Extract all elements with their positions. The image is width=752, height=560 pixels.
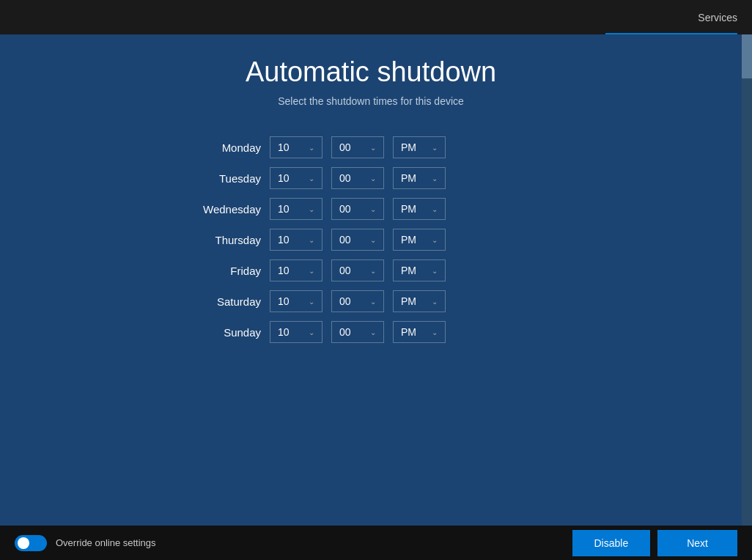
minute-chevron-icon: ⌄	[370, 144, 376, 152]
page-title: Automatic shutdown	[246, 56, 496, 88]
ampm-select-friday[interactable]: PM ⌄	[393, 259, 446, 281]
hour-select-wednesday[interactable]: 10 ⌄	[270, 198, 322, 220]
day-row: Monday 10 ⌄ 00 ⌄ PM ⌄	[188, 136, 554, 158]
hour-select-friday[interactable]: 10 ⌄	[270, 259, 322, 281]
day-label-monday: Monday	[188, 141, 261, 154]
hour-chevron-icon: ⌄	[309, 267, 314, 275]
day-row: Tuesday 10 ⌄ 00 ⌄ PM ⌄	[188, 167, 554, 189]
minute-chevron-icon: ⌄	[370, 328, 376, 336]
ampm-chevron-icon: ⌄	[432, 298, 438, 306]
hour-chevron-icon: ⌄	[309, 174, 314, 183]
minute-chevron-icon: ⌄	[370, 267, 376, 275]
services-label: Services	[698, 12, 737, 23]
bottom-buttons: Disable Next	[572, 530, 738, 556]
hour-select-saturday[interactable]: 10 ⌄	[270, 290, 322, 312]
ampm-chevron-icon: ⌄	[432, 236, 438, 244]
minute-select-thursday[interactable]: 00 ⌄	[331, 229, 384, 251]
day-row: Sunday 10 ⌄ 00 ⌄ PM ⌄	[188, 321, 554, 343]
ampm-select-sunday[interactable]: PM ⌄	[393, 321, 446, 343]
day-label-friday: Friday	[188, 265, 261, 277]
page-subtitle: Select the shutdown times for this devic…	[278, 95, 464, 107]
toggle-label: Override online settings	[56, 537, 156, 548]
ampm-select-wednesday[interactable]: PM ⌄	[393, 198, 446, 220]
scrollbar-thumb[interactable]	[742, 34, 752, 78]
disable-button[interactable]: Disable	[572, 530, 651, 556]
toggle-container: Override online settings	[15, 535, 156, 551]
ampm-select-saturday[interactable]: PM ⌄	[393, 290, 446, 312]
ampm-select-monday[interactable]: PM ⌄	[393, 136, 446, 158]
hour-chevron-icon: ⌄	[309, 328, 314, 336]
minute-select-tuesday[interactable]: 00 ⌄	[331, 167, 384, 189]
day-label-wednesday: Wednesday	[188, 203, 261, 215]
hour-select-thursday[interactable]: 10 ⌄	[270, 229, 322, 251]
bottom-bar: Override online settings Disable Next	[0, 526, 752, 560]
hour-select-monday[interactable]: 10 ⌄	[270, 136, 322, 158]
ampm-select-thursday[interactable]: PM ⌄	[393, 229, 446, 251]
hour-chevron-icon: ⌄	[309, 144, 314, 152]
minute-chevron-icon: ⌄	[370, 174, 376, 183]
main-content: Automatic shutdown Select the shutdown t…	[0, 34, 742, 526]
day-label-saturday: Saturday	[188, 295, 261, 308]
day-label-tuesday: Tuesday	[188, 172, 261, 185]
day-row: Wednesday 10 ⌄ 00 ⌄ PM ⌄	[188, 198, 554, 220]
ampm-chevron-icon: ⌄	[432, 174, 438, 183]
day-label-thursday: Thursday	[188, 234, 261, 246]
day-row: Friday 10 ⌄ 00 ⌄ PM ⌄	[188, 259, 554, 281]
hour-select-tuesday[interactable]: 10 ⌄	[270, 167, 322, 189]
day-row: Thursday 10 ⌄ 00 ⌄ PM ⌄	[188, 229, 554, 251]
scrollbar-track[interactable]	[742, 34, 752, 526]
ampm-select-tuesday[interactable]: PM ⌄	[393, 167, 446, 189]
day-label-sunday: Sunday	[188, 326, 261, 339]
minute-select-sunday[interactable]: 00 ⌄	[331, 321, 384, 343]
ampm-chevron-icon: ⌄	[432, 267, 438, 275]
ampm-chevron-icon: ⌄	[432, 205, 438, 213]
minute-select-wednesday[interactable]: 00 ⌄	[331, 198, 384, 220]
next-button[interactable]: Next	[657, 530, 737, 556]
day-row: Saturday 10 ⌄ 00 ⌄ PM ⌄	[188, 290, 554, 312]
ampm-chevron-icon: ⌄	[432, 328, 438, 336]
hour-chevron-icon: ⌄	[309, 298, 314, 306]
minute-select-friday[interactable]: 00 ⌄	[331, 259, 384, 281]
hour-chevron-icon: ⌄	[309, 236, 314, 244]
override-toggle[interactable]	[15, 535, 47, 551]
minute-select-saturday[interactable]: 00 ⌄	[331, 290, 384, 312]
minute-chevron-icon: ⌄	[370, 298, 376, 306]
toggle-knob	[18, 537, 29, 549]
minute-chevron-icon: ⌄	[370, 236, 376, 244]
schedule-grid: Monday 10 ⌄ 00 ⌄ PM ⌄ Tuesday 10 ⌄ 00 ⌄	[188, 136, 554, 343]
minute-chevron-icon: ⌄	[370, 205, 376, 213]
hour-chevron-icon: ⌄	[309, 205, 314, 213]
hour-select-sunday[interactable]: 10 ⌄	[270, 321, 322, 343]
minute-select-monday[interactable]: 00 ⌄	[331, 136, 384, 158]
ampm-chevron-icon: ⌄	[432, 144, 438, 152]
top-bar: Services	[0, 0, 752, 34]
